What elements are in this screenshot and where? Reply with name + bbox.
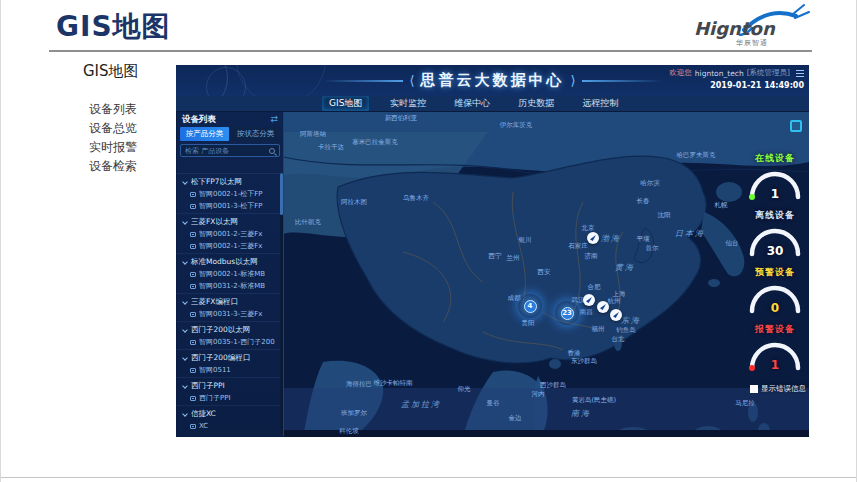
tree-device-label: 智网0035-1-西门子200 [199,337,275,347]
panel-scrollbar-thumb[interactable] [280,173,283,215]
gauge-label: 预警设备 [744,266,806,279]
hignton-logo: Hignton 华辰智通 [690,2,810,48]
tree-device-item[interactable]: 智网0031-3-三菱Fx [177,308,280,320]
device-pin-marker[interactable] [583,294,595,306]
gis-map[interactable]: 渤海黄海东海日本海南海孟加拉湾阿斯塔纳卡拉干达塞米巴拉金斯克新西伯利亚伊尔库茨克… [283,112,809,437]
tree-group: 信捷XCXC [177,405,280,433]
tab-nav-2[interactable]: 维保中心 [447,96,497,111]
page-bottom-rule [1,477,856,478]
dashboard-header: ⟨ 思普云大数据中心 ⟩ 欢迎您 hignton_tech [系统管理员] 20… [176,65,809,96]
tree-device-item[interactable]: 智网0001-2-三菱Fx [177,228,280,240]
tree-category[interactable]: 西门子200以太网 [177,323,280,336]
tree-device-label: 智网0002-1-三菱Fx [199,241,263,251]
tree-group: 三菱FX以太网智网0001-2-三菱Fx智网0002-1-三菱Fx [177,213,280,253]
tree-group: 松下FP7以太网智网0002-1-松下FP智网0001-3-松下FP [177,173,280,213]
tree-category[interactable]: 标准Modbus以太网 [177,255,280,268]
error-info-row: 显示错误信息 [744,384,806,394]
collapse-panel-icon[interactable]: ⇄ [270,115,278,124]
dashboard-title: 思普云大数据中心 [421,71,565,90]
gauge-arc: 0 [747,282,803,314]
tree-category[interactable]: 西门子PPI [177,379,280,392]
device-icon [190,232,196,237]
tree-device-item[interactable]: 智网0002-1-三菱Fx [177,240,280,252]
map-bottom-strip [283,430,809,437]
chevron-down-icon [182,411,188,417]
chevron-down-icon [182,383,188,389]
device-panel-title: 设备列表 [182,114,216,126]
gauge-2: 预警设备0 [744,266,806,323]
cluster-count: 4 [524,300,537,313]
sidebar-item-realtime-alarm[interactable]: 实时报警 [89,138,137,157]
device-icon [190,312,196,317]
tab-nav-3[interactable]: 历史数据 [511,96,561,111]
sidebar-item-device-list[interactable]: 设备列表 [89,100,137,119]
page: GIS地图 Hignton 华辰智通 GIS地图 设备列表 设备总览 实时报警 … [0,0,857,482]
device-search-input[interactable] [185,147,269,155]
dashboard-screenshot: ⟨ 思普云大数据中心 ⟩ 欢迎您 hignton_tech [系统管理员] 20… [176,65,809,437]
gauge-label: 报警设备 [744,323,806,336]
device-icon [190,204,196,209]
logo-subtitle: 华辰智通 [736,38,768,48]
tree-device-item[interactable]: 智网0035-1-西门子200 [177,336,280,348]
device-tab-1[interactable]: 按状态分类 [231,127,280,141]
tree-device-label: 智网0031-2-标准MB [199,281,265,291]
pin-arrow-icon [600,304,606,310]
tree-device-item[interactable]: 智网0031-2-标准MB [177,280,280,292]
device-icon [190,396,196,401]
map-select-tool-icon[interactable] [790,120,802,132]
tree-group: 西门子PPI西门子PPI [177,377,280,405]
tree-device-item[interactable]: 智网0002-1-标准MB [177,268,280,280]
device-cluster-marker[interactable]: 4 [518,294,542,318]
sidebar-item-device-search[interactable]: 设备检索 [89,157,137,176]
logo-brand: Hignton [694,18,775,39]
tree-group: 标准Modbus以太网智网0002-1-标准MB智网0031-2-标准MB [177,253,280,293]
device-icon [190,284,196,289]
gauge-value: 1 [747,358,803,372]
tree-category[interactable]: 三菱FX以太网 [177,215,280,228]
sidebar-heading: GIS地图 [83,62,139,81]
tree-category[interactable]: 西门子200编程口 [177,351,280,364]
tab-nav-4[interactable]: 远程控制 [575,96,625,111]
tree-device-item[interactable]: 智网0511 [177,364,280,376]
menu-grid-icon[interactable] [796,70,804,77]
username: hignton_tech [695,69,744,78]
device-pin-marker[interactable] [597,301,609,313]
tree-category[interactable]: 三菱FX编程口 [177,295,280,308]
sidebar-nav: 设备列表 设备总览 实时报警 设备检索 [89,100,137,176]
chevron-down-icon [182,219,188,225]
device-tab-0[interactable]: 按产品分类 [180,127,229,141]
tree-device-item[interactable]: 智网0001-3-松下FP [177,200,280,212]
device-search-box [180,144,280,157]
tree-category-label: 三菱FX以太网 [191,217,238,227]
tree-device-label: 智网0511 [199,365,231,375]
device-pin-marker[interactable] [610,309,622,321]
tree-device-item[interactable]: 西门子PPI [177,392,280,404]
search-icon[interactable] [269,148,275,154]
error-info-checkbox[interactable] [750,385,758,393]
map-bottom-band [283,388,809,430]
tree-category[interactable]: 松下FP7以太网 [177,175,280,188]
gauge-value: 0 [747,301,803,315]
device-pin-marker[interactable] [587,232,599,244]
tree-category[interactable]: 信捷XC [177,407,280,420]
gauge-3: 报警设备1 [744,323,806,380]
device-icon [190,272,196,277]
tree-device-item[interactable]: XC [177,420,280,432]
tab-nav-1[interactable]: 实时监控 [383,96,433,111]
tree-device-label: 智网0002-1-标准MB [199,269,265,279]
device-panel-tabs: 按产品分类按状态分类 [177,127,283,141]
dashboard-nav: GIS地图实时监控维保中心历史数据远程控制 [176,96,809,112]
sidebar-item-device-overview[interactable]: 设备总览 [89,119,137,138]
device-panel: 设备列表 ⇄ 按产品分类按状态分类 松下FP7以太网智网0002-1-松下FP智… [177,112,284,436]
gauge-0: 在线设备1 [744,152,806,209]
tree-group: 三菱FX编程口智网0031-3-三菱Fx [177,293,280,321]
device-cluster-marker[interactable]: 23 [555,301,579,325]
datetime: 2019-01-21 14:49:00 [669,81,804,90]
gauge-arc: 1 [747,168,803,200]
tree-category-label: 松下FP7以太网 [191,177,242,187]
tree-category-label: 西门子PPI [191,381,225,391]
tab-gis-map[interactable]: GIS地图 [322,96,369,111]
tree-device-item[interactable]: 智网0002-1-松下FP [177,188,280,200]
gauge-label: 离线设备 [744,209,806,222]
gauge-value: 1 [747,187,803,201]
